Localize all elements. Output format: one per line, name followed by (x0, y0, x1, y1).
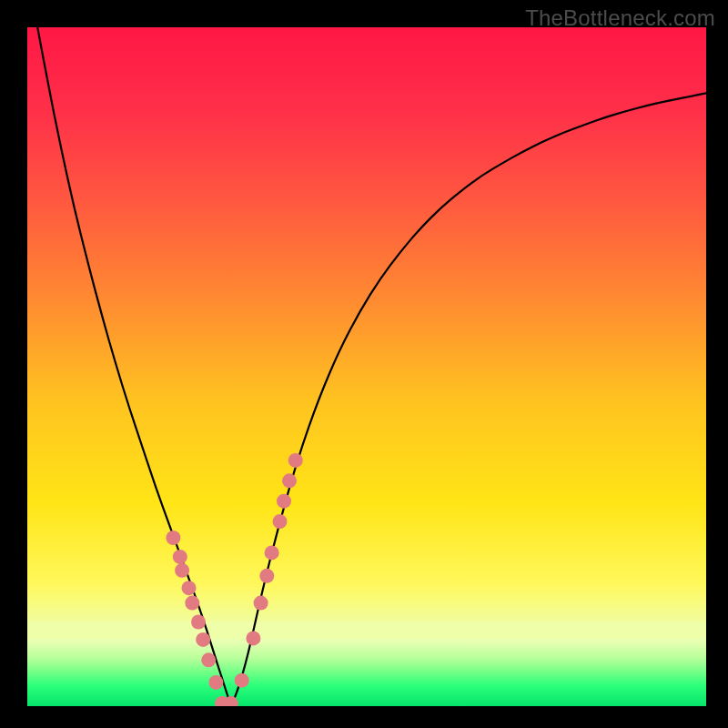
data-dot (235, 673, 249, 688)
dots-group (166, 453, 302, 706)
data-dot (191, 615, 206, 630)
watermark: TheBottleneck.com (525, 5, 715, 31)
data-dot (173, 550, 187, 564)
data-dot (208, 675, 223, 690)
data-dot (259, 569, 274, 583)
data-dot (277, 494, 291, 509)
data-dot (288, 453, 303, 468)
data-dot (185, 596, 199, 611)
data-dot (182, 581, 197, 595)
bottleneck-curve (37, 27, 706, 703)
data-dot (282, 473, 297, 488)
data-dot (196, 632, 210, 647)
data-dot (254, 596, 268, 611)
data-dot (201, 652, 216, 667)
data-dot (273, 514, 288, 529)
chart-svg (27, 27, 706, 706)
data-dot (166, 531, 180, 545)
plot-area (27, 27, 706, 706)
chart-frame: TheBottleneck.com (0, 0, 728, 728)
data-dot (246, 631, 260, 645)
data-dot (175, 563, 189, 578)
data-dot (265, 545, 279, 560)
